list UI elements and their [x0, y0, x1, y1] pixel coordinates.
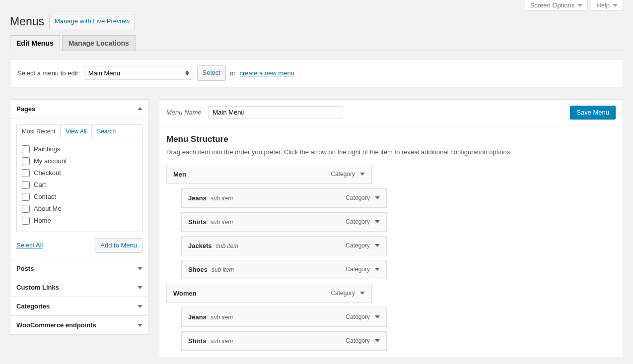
tab-search[interactable]: Search	[92, 125, 121, 138]
sub-item-label: sub item	[211, 266, 234, 273]
menu-item-title: Women	[173, 290, 197, 297]
chevron-down-icon[interactable]	[375, 220, 380, 223]
page-title-row: Menus Manage with Live Preview	[10, 14, 623, 29]
woocommerce-metabox: WooCommerce endpoints	[10, 315, 149, 335]
chevron-down-icon	[613, 4, 618, 7]
sub-item-label: sub item	[216, 243, 238, 249]
tab-manage-locations[interactable]: Manage Locations	[62, 35, 136, 51]
chevron-down-icon[interactable]	[375, 268, 380, 271]
menu-item[interactable]: WomenCategory	[166, 284, 372, 303]
menu-item-type: Category	[346, 266, 370, 273]
categories-metabox-toggle[interactable]: Categories	[10, 297, 148, 315]
menu-item[interactable]: Jacketssub itemCategory	[181, 236, 387, 255]
menu-editor-header: Menu Name Save Menu	[159, 100, 623, 125]
pages-metabox-toggle[interactable]: Pages	[10, 100, 148, 119]
menu-item[interactable]: Shoessub itemCategory	[181, 260, 387, 279]
page-item[interactable]: Cart	[22, 179, 137, 191]
chevron-down-icon	[138, 305, 142, 308]
pages-inner-tabs: Most Recent View All Search	[16, 124, 142, 138]
woocommerce-metabox-toggle[interactable]: WooCommerce endpoints	[10, 316, 148, 334]
save-menu-button[interactable]: Save Menu	[570, 106, 616, 119]
screen-options-button[interactable]: Screen Options	[525, 0, 588, 11]
categories-metabox: Categories	[10, 297, 149, 316]
chevron-down-icon[interactable]	[375, 244, 380, 247]
add-to-menu-button[interactable]: Add to Menu	[95, 238, 142, 253]
page-item-label: About Me	[34, 205, 62, 212]
menu-name-input[interactable]	[208, 106, 342, 119]
custom-links-metabox: Custom Links	[10, 278, 149, 297]
menu-select[interactable]: Main Menu	[84, 66, 193, 80]
menu-item-type: Category	[346, 337, 370, 344]
chevron-down-icon[interactable]	[375, 196, 380, 199]
chevron-down-icon	[577, 4, 582, 7]
menu-item-type: Category	[346, 313, 370, 320]
pages-check-list: PaintingsMy accountCheckoutCartContactAb…	[16, 138, 142, 232]
page-item-label: Cart	[34, 181, 46, 188]
menu-item-type: Category	[346, 242, 370, 249]
menu-item[interactable]: Shirtssub itemCategory	[181, 212, 387, 232]
posts-metabox: Posts	[10, 259, 149, 278]
page-item[interactable]: Home	[22, 215, 137, 227]
menu-name-label: Menu Name	[166, 109, 202, 116]
page-item-label: Paintings	[34, 145, 60, 153]
chevron-down-icon	[138, 324, 142, 327]
menu-item-title: Shoes	[188, 266, 208, 273]
tab-most-recent[interactable]: Most Recent	[17, 125, 61, 138]
menu-item-type: Category	[346, 194, 370, 201]
page-item[interactable]: My account	[22, 155, 137, 167]
menu-item-type: Category	[331, 290, 355, 297]
or-text: or	[230, 69, 236, 77]
custom-links-metabox-toggle[interactable]: Custom Links	[10, 278, 148, 297]
menu-item[interactable]: MenCategory	[166, 165, 372, 184]
menu-editor: Menu Name Save Menu Menu Structure Drag …	[159, 99, 623, 358]
page-item-label: Contact	[34, 193, 56, 200]
page-item-checkbox[interactable]	[22, 205, 30, 213]
menu-item[interactable]: Shirtssub itemCategory	[181, 331, 387, 351]
nav-tabs: Edit Menus Manage Locations	[10, 35, 623, 51]
help-button[interactable]: Help	[591, 0, 623, 11]
sub-item-label: sub item	[211, 195, 233, 202]
select-menu-label: Select a menu to edit:	[17, 69, 80, 77]
page-item-checkbox[interactable]	[22, 217, 30, 225]
tab-view-all[interactable]: View All	[61, 125, 92, 138]
page-item[interactable]: Checkout	[22, 167, 137, 179]
page-item-checkbox[interactable]	[22, 181, 30, 189]
menu-item-title: Jackets	[188, 242, 212, 249]
page-item-label: My account	[34, 157, 67, 165]
page-item[interactable]: About Me	[22, 203, 137, 215]
posts-metabox-toggle[interactable]: Posts	[10, 259, 148, 278]
select-all-link[interactable]: Select All	[16, 242, 43, 249]
menu-item-type: Category	[331, 171, 355, 178]
page-item-checkbox[interactable]	[22, 157, 30, 165]
page-item-label: Checkout	[34, 169, 61, 177]
menu-item-title: Men	[173, 171, 186, 178]
tab-edit-menus[interactable]: Edit Menus	[10, 35, 60, 51]
pages-metabox: Pages Most Recent View All Search Painti…	[10, 99, 149, 260]
page-item-checkbox[interactable]	[22, 193, 30, 201]
sub-item-label: sub item	[211, 338, 233, 345]
chevron-down-icon[interactable]	[375, 315, 380, 318]
page-item-checkbox[interactable]	[22, 145, 30, 153]
chevron-down-icon[interactable]	[360, 292, 365, 295]
chevron-down-icon[interactable]	[375, 339, 380, 342]
menu-item[interactable]: Jeanssub itemCategory	[181, 188, 387, 208]
page-title: Menus	[10, 15, 44, 28]
menu-structure-desc: Drag each item into the order you prefer…	[166, 148, 616, 156]
menu-items-container: MenCategoryJeanssub itemCategoryShirtssu…	[166, 165, 616, 351]
menu-item-title: Shirts	[188, 218, 207, 226]
select-menu-row: Select a menu to edit: Main Menu Select …	[10, 59, 623, 87]
menu-item-title: Jeans	[188, 194, 207, 202]
page-item[interactable]: Paintings	[22, 143, 137, 155]
select-button[interactable]: Select	[197, 65, 226, 81]
sub-item-label: sub item	[211, 219, 233, 226]
chevron-down-icon[interactable]	[360, 173, 365, 176]
live-preview-button[interactable]: Manage with Live Preview	[49, 14, 135, 29]
page-item[interactable]: Contact	[22, 191, 137, 203]
chevron-up-icon	[138, 107, 142, 110]
sub-item-label: sub item	[211, 314, 233, 321]
page-item-label: Home	[34, 217, 51, 224]
create-menu-link[interactable]: create a new menu	[239, 69, 294, 77]
menu-item[interactable]: Jeanssub itemCategory	[181, 307, 387, 327]
menu-structure-heading: Menu Structure	[166, 134, 616, 144]
page-item-checkbox[interactable]	[22, 169, 30, 177]
